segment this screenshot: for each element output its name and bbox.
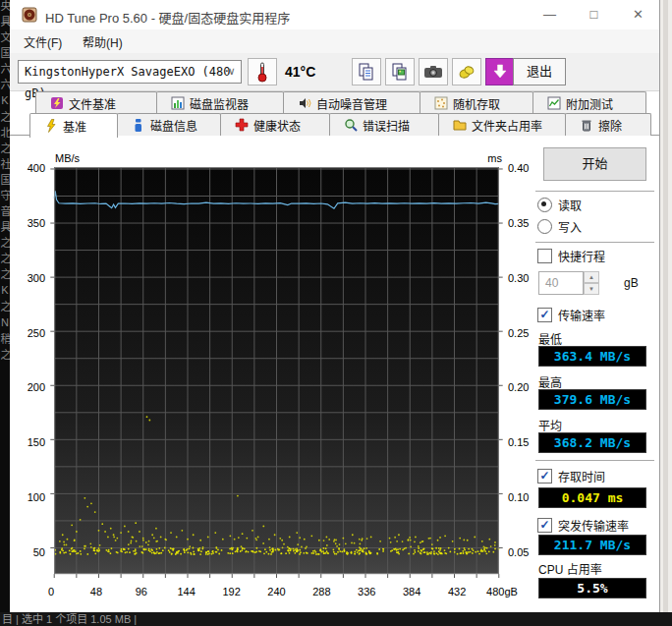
- maximize-button[interactable]: □: [572, 0, 616, 29]
- tab-disk-monitor[interactable]: 磁盘监视器: [156, 91, 284, 114]
- short-stroke-label: 快捷行程: [558, 248, 605, 264]
- y-right-tick: 0.05: [508, 546, 541, 558]
- transfer-rate-checkbox[interactable]: ✓: [537, 308, 552, 322]
- tab-label: 健康状态: [253, 117, 301, 134]
- y-left-tick: 200: [16, 381, 45, 393]
- write-radio-label: 写入: [558, 218, 582, 235]
- folder-usage-icon: [453, 118, 467, 132]
- stepper-up-icon[interactable]: ▲: [584, 271, 599, 283]
- stepper-down-icon[interactable]: ▼: [584, 283, 599, 295]
- menu-help[interactable]: 帮助(H): [83, 33, 123, 50]
- write-radio-row[interactable]: 写入: [537, 218, 582, 235]
- x-tick: 432: [435, 586, 478, 598]
- copy-text-icon: [358, 63, 375, 81]
- file-benchmark-icon: [50, 96, 64, 110]
- short-stroke-unit: gB: [624, 276, 639, 290]
- tab-erase[interactable]: 擦除: [565, 113, 651, 136]
- y-right-tick: 0.35: [508, 217, 541, 229]
- x-tick: 288: [300, 586, 343, 598]
- exit-button[interactable]: 退出: [513, 58, 566, 85]
- temperature-value: 41°C: [285, 64, 315, 80]
- hdtune-window: HD Tune Pro 5.60 - 硬盘/固态硬盘实用程序 — □ ✕ 文件(…: [10, 0, 660, 612]
- minimize-button[interactable]: —: [528, 0, 572, 29]
- tab-label: 基准: [63, 118, 86, 135]
- tab-folder-usage[interactable]: 文件夹占用率: [438, 113, 566, 136]
- y-left-tick: 100: [16, 491, 45, 503]
- tab-file-benchmark[interactable]: 文件基准: [35, 91, 157, 114]
- separator: [535, 242, 654, 243]
- avg-value-display: 368.2 MB/s: [538, 432, 646, 453]
- copy-image-button[interactable]: [385, 58, 415, 85]
- hands-icon: [458, 63, 476, 81]
- tab-label: 磁盘信息: [150, 117, 197, 134]
- temperature-button[interactable]: [248, 58, 277, 85]
- aam-icon: [298, 96, 311, 110]
- erase-icon: [580, 118, 593, 132]
- y-right-tick: 0.10: [508, 491, 541, 503]
- donate-button[interactable]: [452, 58, 481, 85]
- y-right-tick: 0.30: [508, 272, 541, 284]
- tab-label: 随机存取: [453, 95, 500, 112]
- drive-select-dropdown[interactable]: KingstonHyperX SavageEXO (480 gB) ∨: [18, 60, 242, 84]
- chevron-down-icon: ∨: [228, 61, 235, 83]
- short-stroke-row[interactable]: 快捷行程: [537, 248, 605, 264]
- extra-tests-icon: [547, 96, 561, 110]
- short-stroke-checkbox[interactable]: [537, 249, 552, 263]
- background-scrollbar-strip: [659, 0, 672, 626]
- tab-label: 文件夹占用率: [472, 117, 542, 134]
- access-time-row[interactable]: ✓ 存取时间: [537, 468, 605, 484]
- tab-label: 文件基准: [69, 95, 116, 112]
- separator: [535, 191, 654, 192]
- tab-label: 擦除: [598, 117, 622, 134]
- tab-label: 附加测试: [566, 95, 613, 112]
- read-radio[interactable]: [537, 198, 552, 212]
- tab-health[interactable]: 健康状态: [220, 113, 330, 136]
- access-time-display: 0.047 ms: [538, 487, 646, 508]
- app-icon: [22, 7, 37, 23]
- tab-random-access[interactable]: 随机存取: [420, 91, 533, 114]
- cpu-usage-display: 5.5%: [538, 578, 646, 598]
- download-button[interactable]: [485, 58, 515, 85]
- y-left-tick: 350: [16, 217, 45, 229]
- max-label: 最高: [538, 373, 562, 390]
- menu-bar: 文件(F) 帮助(H): [10, 29, 659, 54]
- tab-extra-tests[interactable]: 附加测试: [532, 91, 646, 114]
- x-tick: 0: [29, 586, 73, 598]
- separator: [535, 460, 654, 461]
- y-left-unit: MB/s: [55, 152, 80, 164]
- disk-monitor-icon: [171, 96, 185, 110]
- window-title: HD Tune Pro 5.60 - 硬盘/固态硬盘实用程序: [45, 8, 290, 27]
- x-tick: 192: [210, 586, 253, 598]
- tab-label: 自动噪音管理: [316, 95, 387, 112]
- tab-label: 磁盘监视器: [190, 95, 249, 112]
- benchmark-chart: [51, 167, 502, 580]
- read-radio-row[interactable]: 读取: [537, 197, 582, 213]
- transfer-rate-row[interactable]: ✓ 传输速率: [537, 307, 605, 323]
- scrollbar-thumb: [663, 0, 668, 626]
- x-tick: 384: [390, 586, 433, 598]
- menu-file[interactable]: 文件(F): [24, 33, 62, 50]
- short-stroke-size-input[interactable]: 40: [538, 271, 584, 295]
- burst-rate-checkbox[interactable]: ✓: [537, 518, 552, 533]
- x-tick: 144: [165, 586, 208, 598]
- y-right-tick: 0.25: [508, 327, 541, 339]
- screenshot-button[interactable]: [419, 58, 448, 85]
- background-statusbar: 目 | 选中 1 个项目 1.05 MB |: [0, 612, 672, 626]
- x-tick: 480gB: [480, 586, 524, 598]
- close-button[interactable]: ✕: [616, 0, 660, 29]
- y-right-tick: 0.20: [508, 381, 541, 393]
- access-time-checkbox[interactable]: ✓: [537, 469, 552, 484]
- start-button[interactable]: 开始: [543, 147, 646, 181]
- min-value-display: 363.4 MB/s: [538, 346, 646, 367]
- tab-benchmark[interactable]: 基准: [29, 113, 118, 138]
- tab-disk-info[interactable]: 磁盘信息: [117, 113, 221, 136]
- short-stroke-stepper[interactable]: ▲ ▼: [584, 271, 599, 295]
- tab-error-scan[interactable]: 错误扫描: [329, 113, 439, 136]
- y-left-tick: 50: [16, 546, 45, 558]
- read-radio-label: 读取: [558, 197, 582, 213]
- copy-text-button[interactable]: [352, 58, 381, 85]
- tab-aam[interactable]: 自动噪音管理: [283, 91, 420, 114]
- benchmark-icon: [44, 119, 58, 133]
- burst-rate-row[interactable]: ✓ 突发传输速率: [537, 517, 629, 534]
- toolbar: KingstonHyperX SavageEXO (480 gB) ∨ 41°C: [10, 53, 659, 91]
